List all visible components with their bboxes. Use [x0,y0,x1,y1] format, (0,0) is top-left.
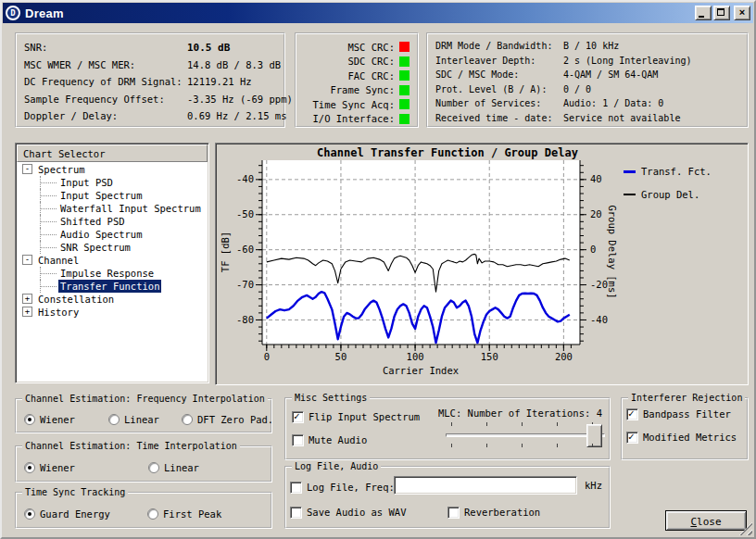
legend-dash [624,194,636,195]
tree-item-label: Transfer Function [58,280,161,293]
checkbox-flip-input-spectrum[interactable]: Flip Input Spectrum [292,410,420,423]
radio-time-linear[interactable]: Linear [148,461,199,474]
transfer-function-plot: -40-50-60-70-8040200-20-40050100150200 [216,144,746,382]
tree-item-label: Spectrum [36,163,87,176]
svg-text:-50: -50 [236,208,254,219]
mode-row-label: Prot. Level (B / A): [435,84,547,94]
mode-row-value: Service not available [563,113,680,123]
checkbox-label: Flip Input Spectrum [309,411,420,422]
tree-item-label: Impulse Response [58,267,156,280]
signal-row-value: 10.5 dB [187,42,230,54]
svg-text:0: 0 [590,244,596,255]
status-label: I/O Interface: [312,113,395,124]
y-axis-right-label: Group Delay [ms] [607,187,618,317]
radio-label: Wiener [40,462,75,473]
svg-text:100: 100 [407,351,424,362]
tree-item-channel[interactable]: -Channel [18,254,207,267]
radio-indicator [24,508,35,520]
signal-row: Sample Frequency Offset:-3.35 Hz (-69 pp… [24,94,282,107]
status-row: FAC CRC: [347,69,410,81]
app-icon: D [6,6,20,20]
tree-item-spectrum[interactable]: -Spectrum [18,163,207,176]
log-freq-input[interactable] [394,476,577,495]
radio-label: Linear [124,414,159,425]
signal-row-label: SNR: [24,42,47,53]
group-title: Channel Estimation: Time Interpolation [22,441,240,452]
radio-label: Linear [164,462,199,473]
slider-groove [446,433,605,437]
radio-indicator [108,414,120,425]
group-title: Time Sync Tracking [22,487,128,498]
svg-text:-70: -70 [236,279,254,290]
checkbox-reverberation[interactable]: Reverberation [447,506,540,519]
x-axis-label: Carrier Index [328,365,513,376]
radio-label: Guard Energy [40,508,110,520]
group-misc-settings: Misc Settings Flip Input Spectrum Mute A… [284,397,611,460]
svg-text:-80: -80 [236,314,254,325]
signal-row-value: 0.69 Hz / 2.15 ms [187,110,286,121]
maximize-button[interactable] [713,6,730,20]
chart-selector-tree: -SpectrumInput PSDInput SpectrumWaterfal… [18,163,207,381]
dream-window: D Dream × SNR:10.5 dBMSC WMER / MSC MER:… [0,0,756,539]
tree-item-label: Input Spectrum [58,189,145,202]
slider-handle[interactable] [586,424,602,447]
checkbox-save-audio-wav[interactable]: Save Audio as WAV [290,506,406,519]
drm-mode-panel: DRM Mode / Bandwidth:B / 10 kHzInterleav… [426,32,749,128]
mode-row-value: 2 s (Long Interleaving) [563,56,691,66]
close-window-button[interactable]: × [734,6,750,20]
mode-row-value: Audio: 1 / Data: 0 [563,98,663,108]
tree-item-label: SNR Spectrum [58,241,132,254]
status-row: I/O Interface: [312,113,410,125]
status-row: Frame Sync: [330,84,410,96]
radio-indicator [24,462,35,473]
mode-row: Interleaver Depth:2 s (Long Interleaving… [435,56,745,69]
radio-guard-energy[interactable]: Guard Energy [24,508,110,520]
app-icon-letter: D [10,8,15,18]
checkbox-modified-metrics[interactable]: Modified Metrics [626,431,737,444]
status-label: MSC CRC: [347,42,395,53]
minimize-icon [699,16,704,18]
radio-first-peak[interactable]: First Peak [147,508,221,520]
tree-item-impulse-response[interactable]: Impulse Response [18,267,207,280]
collapse-icon[interactable]: - [22,255,32,265]
collapse-icon[interactable]: - [22,164,32,174]
checkbox-bandpass-filter[interactable]: Bandpass Filter [626,407,731,420]
checkbox-indicator [290,482,302,494]
tree-item-transfer-function[interactable]: Transfer Function [18,280,207,293]
checkbox-indicator [626,432,638,444]
svg-text:-20: -20 [590,279,608,290]
signal-info-panel: SNR:10.5 dBMSC WMER / MSC MER:14.8 dB / … [15,32,285,128]
mode-row-label: Received time - date: [435,113,552,123]
window-title: Dream [25,6,64,20]
svg-text:50: 50 [335,351,347,362]
radio-label: DFT Zero Pad. [197,414,273,425]
tree-item-constellation[interactable]: +Constellation [18,293,207,306]
mode-row-label: Number of Services: [435,98,541,108]
titlebar[interactable]: D Dream × [3,3,753,23]
checkbox-log-file-freq[interactable]: Log File, Freq: [290,481,395,494]
tree-item-history[interactable]: +History [18,306,207,319]
svg-text:-60: -60 [236,244,254,255]
svg-text:-40: -40 [236,173,254,184]
tree-item-audio-spectrum[interactable]: Audio Spectrum [18,228,207,241]
tree-item-waterfall-input-spectrum[interactable]: Waterfall Input Spectrum [18,202,207,215]
tree-item-shifted-psd[interactable]: Shifted PSD [18,215,207,228]
expand-icon[interactable]: + [22,307,32,317]
tree-item-snr-spectrum[interactable]: SNR Spectrum [18,241,207,254]
radio-freq-linear[interactable]: Linear [108,413,159,426]
radio-time-wiener[interactable]: Wiener [24,461,75,474]
tree-item-input-spectrum[interactable]: Input Spectrum [18,189,207,202]
signal-row-label: Sample Frequency Offset: [24,94,165,105]
radio-freq-dft-zero-pad[interactable]: DFT Zero Pad. [182,413,273,426]
sync-status-panel: MSC CRC:SDC CRC:FAC CRC:Frame Sync:Time … [295,32,419,128]
minimize-button[interactable] [695,6,712,20]
radio-freq-wiener[interactable]: Wiener [24,413,75,426]
radio-indicator [147,508,158,520]
tree-item-input-psd[interactable]: Input PSD [18,176,207,189]
status-led-red [399,42,410,52]
checkbox-mute-audio[interactable]: Mute Audio [292,433,367,446]
group-title: Log File, Audio [292,461,381,472]
expand-icon[interactable]: + [22,294,32,304]
close-button[interactable]: Close [665,510,747,531]
chart-selector-header: Chart Selector [17,144,208,162]
